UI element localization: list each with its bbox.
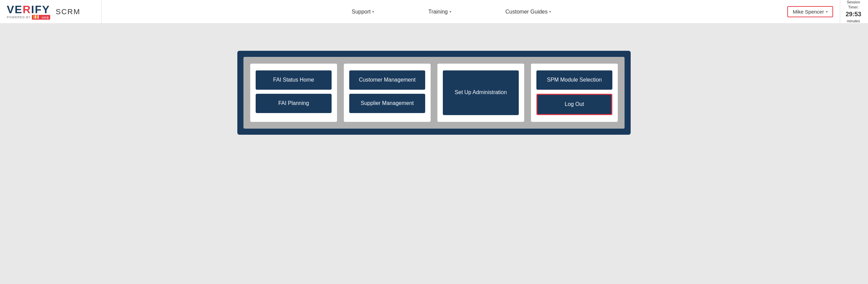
dashboard-panel: FAI Status Home FAI Planning Customer Ma…: [237, 51, 631, 135]
nav-customer-guides[interactable]: Customer Guides ▾: [506, 9, 551, 15]
svg-rect-3: [38, 15, 39, 19]
customer-guides-chevron-icon: ▾: [549, 10, 551, 14]
spm-module-selection-button[interactable]: SPM Module Selection: [536, 70, 612, 90]
svg-rect-2: [36, 15, 37, 19]
nav-training[interactable]: Training ▾: [428, 9, 451, 15]
admin-card-group: Set Up Administration: [437, 64, 524, 122]
support-chevron-icon: ▾: [372, 10, 374, 14]
customer-management-button[interactable]: Customer Management: [349, 70, 425, 90]
powered-by-label: POWERED BY IVIS: [7, 15, 50, 20]
ivis-badge: IVIS: [32, 15, 50, 20]
header: VERIFY POWERED BY IVIS SCRM S: [0, 0, 868, 24]
spm-card-group: SPM Module Selection Log Out: [531, 64, 618, 122]
svg-rect-1: [35, 15, 36, 19]
header-right: Mike Spencer ▾ Session Timer: 29:53 minu…: [787, 0, 861, 24]
verify-logo: VERIFY POWERED BY IVIS: [7, 4, 50, 20]
user-chevron-icon: ▾: [826, 10, 828, 14]
fai-card-group: FAI Status Home FAI Planning: [250, 64, 337, 122]
fai-status-home-button[interactable]: FAI Status Home: [256, 70, 332, 90]
main-content: FAI Status Home FAI Planning Customer Ma…: [0, 24, 868, 162]
log-out-button[interactable]: Log Out: [536, 94, 612, 115]
logo-area: VERIFY POWERED BY IVIS SCRM: [7, 0, 102, 23]
scrm-title: SCRM: [56, 7, 80, 16]
management-card-group: Customer Management Supplier Management: [344, 64, 431, 122]
set-up-administration-button[interactable]: Set Up Administration: [443, 70, 519, 115]
svg-rect-0: [33, 15, 35, 19]
dashboard-inner: FAI Status Home FAI Planning Customer Ma…: [243, 57, 625, 129]
supplier-management-button[interactable]: Supplier Management: [349, 94, 425, 113]
session-timer: Session Timer: 29:53 minutes: [840, 0, 861, 24]
verify-wordmark: VERIFY: [7, 4, 50, 15]
nav-support[interactable]: Support ▾: [352, 9, 374, 15]
user-menu-button[interactable]: Mike Spencer ▾: [787, 6, 833, 17]
fai-planning-button[interactable]: FAI Planning: [256, 94, 332, 113]
main-nav: Support ▾ Training ▾ Customer Guides ▾: [102, 9, 787, 15]
training-chevron-icon: ▾: [450, 10, 451, 14]
ivis-icon: [33, 15, 41, 19]
